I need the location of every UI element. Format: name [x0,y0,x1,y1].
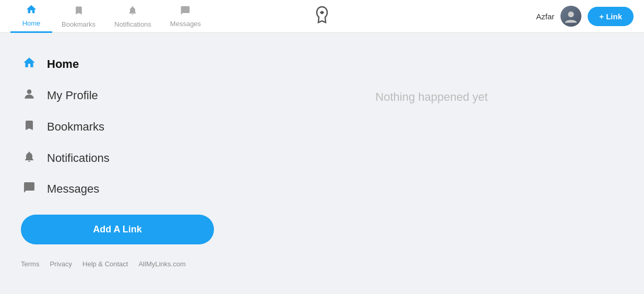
empty-message: Nothing happened yet [375,90,487,104]
sidebar-bookmarks-label: Bookmarks [47,120,104,134]
add-link-button-sidebar[interactable]: Add A Link [21,215,214,244]
nav-messages-label: Messages [170,20,201,28]
nav-items-left: Home Bookmarks Notifications [10,0,210,33]
footer-privacy[interactable]: Privacy [50,260,72,268]
add-link-sidebar-label: Add A Link [93,224,142,234]
footer-terms[interactable]: Terms [21,260,39,268]
home-icon [26,4,37,18]
svg-point-2 [27,89,32,94]
nav-item-notifications[interactable]: Notifications [105,0,161,33]
top-navigation: Home Bookmarks Notifications [0,0,644,33]
content-area: Nothing happened yet [240,49,623,268]
avatar[interactable] [560,6,581,27]
add-link-topnav-label: + Link [599,12,622,21]
nav-item-messages[interactable]: Messages [161,0,210,33]
footer-help[interactable]: Help & Contact [82,260,128,268]
avatar-image [560,6,581,27]
sidebar-home-label: Home [47,57,79,71]
add-link-button-topnav[interactable]: + Link [588,7,634,26]
username-label: Azfar [536,12,554,21]
footer-links: Terms Privacy Help & Contact AllMyLinks.… [21,260,219,268]
nav-notifications-label: Notifications [114,20,151,28]
message-icon [180,5,191,18]
topnav-right: Azfar + Link [536,6,634,27]
sidebar-item-bookmarks[interactable]: Bookmarks [21,111,219,143]
nav-item-home[interactable]: Home [10,0,52,33]
sidebar-messages-label: Messages [47,182,99,196]
sidebar-bell-icon [21,150,38,167]
nav-bookmarks-label: Bookmarks [62,20,96,28]
sidebar-item-notifications[interactable]: Notifications [21,143,219,174]
nav-item-bookmarks[interactable]: Bookmarks [52,0,105,33]
sidebar-bookmark-icon [21,119,38,135]
sidebar-item-home[interactable]: Home [21,49,219,80]
bell-icon [127,5,138,19]
footer-allmylinks[interactable]: AllMyLinks.com [138,260,185,268]
sidebar: Home My Profile Bookmarks [21,49,219,268]
sidebar-message-icon [21,181,38,197]
sidebar-item-profile[interactable]: My Profile [21,80,219,111]
nav-home-label: Home [22,19,41,27]
app-logo [312,5,332,28]
main-content: Home My Profile Bookmarks [0,33,644,284]
sidebar-home-icon [21,56,38,73]
sidebar-profile-label: My Profile [47,89,98,102]
svg-point-1 [568,11,574,17]
sidebar-item-messages[interactable]: Messages [21,174,219,204]
sidebar-notifications-label: Notifications [47,151,110,165]
sidebar-profile-icon [21,87,38,104]
bookmark-icon [74,5,84,19]
